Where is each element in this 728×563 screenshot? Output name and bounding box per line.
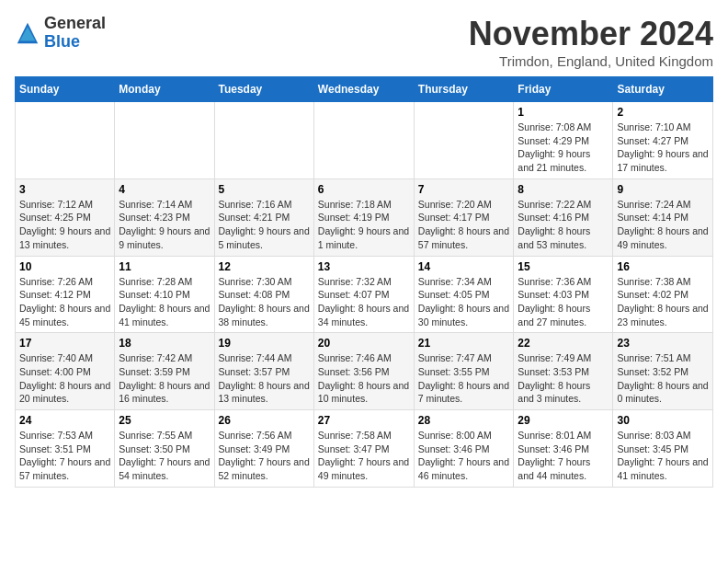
column-header-thursday: Thursday <box>414 77 514 102</box>
calendar-cell: 18Sunrise: 7:42 AM Sunset: 3:59 PM Dayli… <box>115 333 214 410</box>
day-number: 11 <box>119 260 210 273</box>
day-number: 20 <box>318 337 410 350</box>
header-row: SundayMondayTuesdayWednesdayThursdayFrid… <box>16 77 713 102</box>
column-header-monday: Monday <box>115 77 214 102</box>
day-info: Sunrise: 7:12 AM Sunset: 4:25 PM Dayligh… <box>19 198 110 252</box>
day-number: 7 <box>418 183 510 196</box>
day-info: Sunrise: 7:34 AM Sunset: 4:05 PM Dayligh… <box>418 275 510 329</box>
day-info: Sunrise: 7:38 AM Sunset: 4:02 PM Dayligh… <box>617 275 709 329</box>
day-number: 17 <box>19 337 110 350</box>
calendar-cell: 16Sunrise: 7:38 AM Sunset: 4:02 PM Dayli… <box>613 256 713 333</box>
day-number: 9 <box>617 183 709 196</box>
day-number: 21 <box>418 337 510 350</box>
day-number: 24 <box>19 414 110 427</box>
page-header: General Blue November 2024 Trimdon, Engl… <box>15 15 713 69</box>
day-info: Sunrise: 7:49 AM Sunset: 3:53 PM Dayligh… <box>518 351 609 406</box>
calendar-header: SundayMondayTuesdayWednesdayThursdayFrid… <box>16 77 713 102</box>
calendar-cell: 13Sunrise: 7:32 AM Sunset: 4:07 PM Dayli… <box>313 256 414 333</box>
calendar-cell: 19Sunrise: 7:44 AM Sunset: 3:57 PM Dayli… <box>214 333 313 410</box>
day-number: 18 <box>119 337 210 350</box>
logo-icon <box>15 20 40 46</box>
calendar-cell <box>414 102 514 179</box>
calendar-cell: 29Sunrise: 8:01 AM Sunset: 3:46 PM Dayli… <box>514 410 613 488</box>
calendar-cell: 24Sunrise: 7:53 AM Sunset: 3:51 PM Dayli… <box>16 410 115 488</box>
calendar-cell: 3Sunrise: 7:12 AM Sunset: 4:25 PM Daylig… <box>16 178 115 256</box>
day-number: 2 <box>617 106 709 119</box>
calendar-cell: 17Sunrise: 7:40 AM Sunset: 4:00 PM Dayli… <box>16 333 115 410</box>
day-info: Sunrise: 7:20 AM Sunset: 4:17 PM Dayligh… <box>418 198 510 252</box>
day-info: Sunrise: 7:14 AM Sunset: 4:23 PM Dayligh… <box>119 198 210 252</box>
day-number: 27 <box>318 414 410 427</box>
calendar-cell: 5Sunrise: 7:16 AM Sunset: 4:21 PM Daylig… <box>214 178 313 256</box>
day-info: Sunrise: 7:56 AM Sunset: 3:49 PM Dayligh… <box>219 429 310 483</box>
week-row-1: 1Sunrise: 7:08 AM Sunset: 4:29 PM Daylig… <box>16 102 713 179</box>
calendar-cell: 6Sunrise: 7:18 AM Sunset: 4:19 PM Daylig… <box>313 178 414 256</box>
column-header-tuesday: Tuesday <box>214 77 313 102</box>
day-number: 23 <box>617 337 709 350</box>
calendar-cell <box>16 102 115 179</box>
week-row-5: 24Sunrise: 7:53 AM Sunset: 3:51 PM Dayli… <box>16 410 713 488</box>
calendar-cell: 4Sunrise: 7:14 AM Sunset: 4:23 PM Daylig… <box>115 178 214 256</box>
day-number: 25 <box>119 414 210 427</box>
calendar-cell: 20Sunrise: 7:46 AM Sunset: 3:56 PM Dayli… <box>313 333 414 410</box>
day-info: Sunrise: 7:40 AM Sunset: 4:00 PM Dayligh… <box>19 351 110 406</box>
calendar-cell <box>115 102 214 179</box>
calendar-cell: 8Sunrise: 7:22 AM Sunset: 4:16 PM Daylig… <box>514 178 613 256</box>
calendar-cell: 2Sunrise: 7:10 AM Sunset: 4:27 PM Daylig… <box>613 102 713 179</box>
calendar-cell <box>313 102 414 179</box>
day-info: Sunrise: 8:00 AM Sunset: 3:46 PM Dayligh… <box>418 429 510 483</box>
column-header-saturday: Saturday <box>613 77 713 102</box>
calendar-table: SundayMondayTuesdayWednesdayThursdayFrid… <box>15 76 713 488</box>
calendar-cell: 10Sunrise: 7:26 AM Sunset: 4:12 PM Dayli… <box>16 256 115 333</box>
day-info: Sunrise: 7:32 AM Sunset: 4:07 PM Dayligh… <box>318 275 410 329</box>
day-info: Sunrise: 7:18 AM Sunset: 4:19 PM Dayligh… <box>318 198 410 252</box>
calendar-cell: 22Sunrise: 7:49 AM Sunset: 3:53 PM Dayli… <box>514 333 613 410</box>
day-number: 19 <box>219 337 310 350</box>
day-info: Sunrise: 7:55 AM Sunset: 3:50 PM Dayligh… <box>119 429 210 483</box>
day-number: 12 <box>219 260 310 273</box>
day-number: 4 <box>119 183 210 196</box>
day-info: Sunrise: 7:08 AM Sunset: 4:29 PM Dayligh… <box>518 121 609 175</box>
day-number: 29 <box>518 414 609 427</box>
logo-general-text: General <box>44 14 106 32</box>
day-info: Sunrise: 7:51 AM Sunset: 3:52 PM Dayligh… <box>617 351 709 406</box>
day-number: 30 <box>617 414 709 427</box>
day-info: Sunrise: 7:30 AM Sunset: 4:08 PM Dayligh… <box>219 275 310 329</box>
day-info: Sunrise: 7:16 AM Sunset: 4:21 PM Dayligh… <box>219 198 310 252</box>
calendar-cell: 12Sunrise: 7:30 AM Sunset: 4:08 PM Dayli… <box>214 256 313 333</box>
calendar-cell: 15Sunrise: 7:36 AM Sunset: 4:03 PM Dayli… <box>514 256 613 333</box>
calendar-cell: 23Sunrise: 7:51 AM Sunset: 3:52 PM Dayli… <box>613 333 713 410</box>
day-number: 22 <box>518 337 609 350</box>
week-row-4: 17Sunrise: 7:40 AM Sunset: 4:00 PM Dayli… <box>16 333 713 410</box>
calendar-cell: 30Sunrise: 8:03 AM Sunset: 3:45 PM Dayli… <box>613 410 713 488</box>
day-number: 5 <box>219 183 310 196</box>
calendar-cell: 7Sunrise: 7:20 AM Sunset: 4:17 PM Daylig… <box>414 178 514 256</box>
calendar-cell <box>214 102 313 179</box>
day-info: Sunrise: 7:36 AM Sunset: 4:03 PM Dayligh… <box>518 275 609 329</box>
day-number: 6 <box>318 183 410 196</box>
day-info: Sunrise: 7:58 AM Sunset: 3:47 PM Dayligh… <box>318 429 410 483</box>
week-row-3: 10Sunrise: 7:26 AM Sunset: 4:12 PM Dayli… <box>16 256 713 333</box>
day-number: 26 <box>219 414 310 427</box>
calendar-body: 1Sunrise: 7:08 AM Sunset: 4:29 PM Daylig… <box>16 102 713 488</box>
calendar-cell: 11Sunrise: 7:28 AM Sunset: 4:10 PM Dayli… <box>115 256 214 333</box>
day-info: Sunrise: 7:44 AM Sunset: 3:57 PM Dayligh… <box>219 351 310 406</box>
day-info: Sunrise: 7:46 AM Sunset: 3:56 PM Dayligh… <box>318 351 410 406</box>
day-info: Sunrise: 7:22 AM Sunset: 4:16 PM Dayligh… <box>518 198 609 252</box>
calendar-cell: 25Sunrise: 7:55 AM Sunset: 3:50 PM Dayli… <box>115 410 214 488</box>
calendar-cell: 1Sunrise: 7:08 AM Sunset: 4:29 PM Daylig… <box>514 102 613 179</box>
logo: General Blue <box>15 15 106 52</box>
day-info: Sunrise: 8:01 AM Sunset: 3:46 PM Dayligh… <box>518 429 609 483</box>
month-title: November 2024 <box>469 15 713 53</box>
day-number: 14 <box>418 260 510 273</box>
calendar-cell: 9Sunrise: 7:24 AM Sunset: 4:14 PM Daylig… <box>613 178 713 256</box>
column-header-sunday: Sunday <box>16 77 115 102</box>
day-number: 10 <box>19 260 110 273</box>
day-info: Sunrise: 7:28 AM Sunset: 4:10 PM Dayligh… <box>119 275 210 329</box>
day-info: Sunrise: 7:10 AM Sunset: 4:27 PM Dayligh… <box>617 121 709 175</box>
day-info: Sunrise: 7:53 AM Sunset: 3:51 PM Dayligh… <box>19 429 110 483</box>
week-row-2: 3Sunrise: 7:12 AM Sunset: 4:25 PM Daylig… <box>16 178 713 256</box>
day-number: 3 <box>19 183 110 196</box>
day-info: Sunrise: 7:26 AM Sunset: 4:12 PM Dayligh… <box>19 275 110 329</box>
calendar-cell: 26Sunrise: 7:56 AM Sunset: 3:49 PM Dayli… <box>214 410 313 488</box>
